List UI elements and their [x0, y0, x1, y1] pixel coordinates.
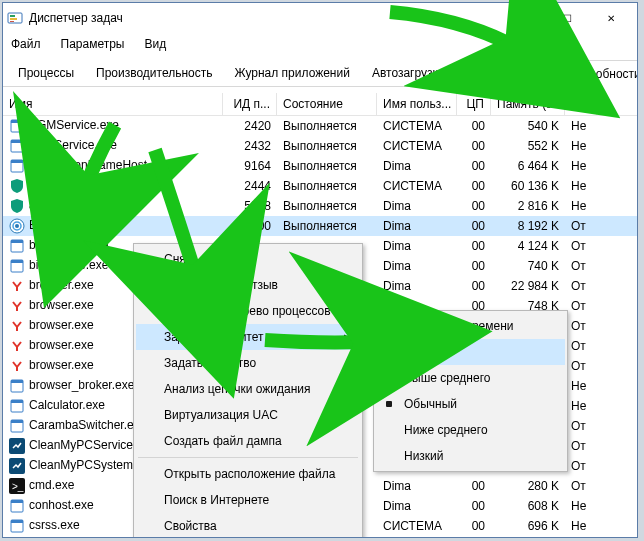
- proc-mem: 696 K: [491, 519, 565, 533]
- window-title: Диспетчер задач: [29, 11, 501, 25]
- process-icon: [9, 118, 25, 134]
- proc-status: Выполняется: [277, 139, 377, 153]
- ctx-set-priority[interactable]: Задать приоритет ▶: [136, 324, 360, 350]
- col-cpu[interactable]: ЦП: [457, 93, 491, 115]
- proc-name: browser.exe: [29, 298, 94, 312]
- prio-high[interactable]: Высокий: [376, 339, 565, 365]
- proc-cpu: 00: [457, 279, 491, 293]
- proc-name: avpui.exe: [29, 198, 80, 212]
- svg-rect-23: [11, 380, 23, 383]
- ctx-search-web[interactable]: Поиск в Интернете: [136, 487, 360, 513]
- proc-name: csrss.exe: [29, 518, 80, 532]
- menu-bar: Файл Параметры Вид: [3, 33, 637, 55]
- proc-vi: Не: [565, 159, 597, 173]
- proc-user: СИСТЕМА: [377, 179, 457, 193]
- process-icon: [9, 198, 25, 214]
- process-row[interactable]: ApplicationFrameHost.exe9164ВыполняетсяD…: [3, 156, 637, 176]
- ctx-open-location[interactable]: Открыть расположение файла: [136, 461, 360, 487]
- maximize-button[interactable]: ☐: [545, 4, 589, 32]
- process-icon: [9, 438, 25, 454]
- prio-above-normal[interactable]: Выше среднего: [376, 365, 565, 391]
- process-icon: [9, 458, 25, 474]
- proc-cpu: 00: [457, 259, 491, 273]
- minimize-button[interactable]: —: [501, 4, 545, 32]
- svg-rect-27: [11, 420, 23, 423]
- ctx-analyze-chain[interactable]: Анализ цепочки ожидания: [136, 376, 360, 402]
- proc-vi: От: [565, 219, 597, 233]
- proc-pid: 9000: [223, 219, 277, 233]
- process-row[interactable]: AGSService.exe2432ВыполняетсяСИСТЕМА0055…: [3, 136, 637, 156]
- proc-mem: 4 124 K: [491, 239, 565, 253]
- process-row[interactable]: AGMService.exe2420ВыполняетсяСИСТЕМА0054…: [3, 116, 637, 136]
- proc-name: CarambaSwitcher.exe: [29, 418, 146, 432]
- proc-name: ApplicationFrameHost.exe: [29, 158, 170, 172]
- proc-cpu: 00: [457, 199, 491, 213]
- process-icon: [9, 518, 25, 534]
- process-icon: [9, 358, 25, 374]
- process-icon: [9, 218, 25, 234]
- chevron-right-icon: ▶: [344, 332, 352, 343]
- app-icon: [7, 10, 23, 26]
- task-manager-window: Диспетчер задач — ☐ ✕ Файл Параметры Вид…: [2, 2, 638, 538]
- proc-cpu: 00: [457, 239, 491, 253]
- ctx-properties[interactable]: Свойства: [136, 513, 360, 538]
- ctx-set-affinity[interactable]: Задать сходство: [136, 350, 360, 376]
- proc-vi: Не: [565, 379, 597, 393]
- ctx-end-tree[interactable]: Завершить дерево процессов: [136, 298, 360, 324]
- process-row[interactable]: avpui.exe5308ВыполняетсяDima002 816 KНе: [3, 196, 637, 216]
- svg-rect-2: [10, 18, 17, 20]
- svg-rect-3: [10, 21, 14, 22]
- proc-cpu: 00: [457, 219, 491, 233]
- proc-name: browser_broker.exe: [29, 378, 134, 392]
- tab-users[interactable]: Пользователи: [456, 59, 556, 86]
- menu-view[interactable]: Вид: [142, 35, 176, 53]
- proc-vi: Не: [565, 119, 597, 133]
- ctx-uac-virt[interactable]: Виртуализация UAC: [136, 402, 360, 428]
- prio-low[interactable]: Низкий: [376, 443, 565, 469]
- col-pid[interactable]: ИД п...: [223, 93, 277, 115]
- proc-user: Dima: [377, 219, 457, 233]
- menu-options[interactable]: Параметры: [59, 35, 135, 53]
- ctx-create-dump[interactable]: Создать файл дампа: [136, 428, 360, 454]
- prio-realtime[interactable]: Реального времени: [376, 313, 565, 339]
- proc-vi: От: [565, 279, 597, 293]
- process-icon: [9, 418, 25, 434]
- col-status[interactable]: Состояние: [277, 93, 377, 115]
- close-button[interactable]: ✕: [589, 4, 633, 32]
- proc-cpu: 00: [457, 119, 491, 133]
- proc-name: browser.exe: [29, 318, 94, 332]
- proc-vi: От: [565, 419, 597, 433]
- proc-pid: 5308: [223, 199, 277, 213]
- col-name[interactable]: Имя: [3, 93, 223, 115]
- tab-performance[interactable]: Производительность: [85, 59, 223, 86]
- ctx-feedback[interactable]: Предоставить отзыв: [136, 272, 360, 298]
- process-row[interactable]: BitTorrent.exe9000ВыполняетсяDima008 192…: [3, 216, 637, 236]
- proc-cpu: 00: [457, 159, 491, 173]
- process-icon: [9, 178, 25, 194]
- proc-mem: 740 K: [491, 259, 565, 273]
- tab-startup[interactable]: Автозагрузка: [361, 59, 456, 86]
- svg-rect-33: [11, 500, 23, 503]
- tab-details[interactable]: Подробности: [556, 60, 638, 87]
- prio-normal[interactable]: Обычный: [376, 391, 565, 417]
- menu-file[interactable]: Файл: [9, 35, 51, 53]
- tab-appjournal[interactable]: Журнал приложений: [224, 59, 361, 86]
- svg-text:>_: >_: [12, 481, 24, 492]
- proc-vi: Не: [565, 179, 597, 193]
- proc-user: Dima: [377, 499, 457, 513]
- col-mem[interactable]: Память (а...: [491, 93, 565, 115]
- col-user[interactable]: Имя польз...: [377, 93, 457, 115]
- prio-below-normal[interactable]: Ниже среднего: [376, 417, 565, 443]
- tab-processes[interactable]: Процессы: [7, 59, 85, 86]
- proc-name: cmd.exe: [29, 478, 74, 492]
- ctx-end-task[interactable]: Снять задачу: [136, 246, 360, 272]
- proc-status: Выполняется: [277, 179, 377, 193]
- proc-user: Dima: [377, 479, 457, 493]
- proc-vi: Не: [565, 139, 597, 153]
- proc-vi: От: [565, 339, 597, 353]
- process-icon: [9, 338, 25, 354]
- col-vi[interactable]: Ви...: [565, 93, 597, 115]
- process-row[interactable]: avp.exe2444ВыполняетсяСИСТЕМА0060 136 KН…: [3, 176, 637, 196]
- proc-mem: 60 136 K: [491, 179, 565, 193]
- proc-mem: 552 K: [491, 139, 565, 153]
